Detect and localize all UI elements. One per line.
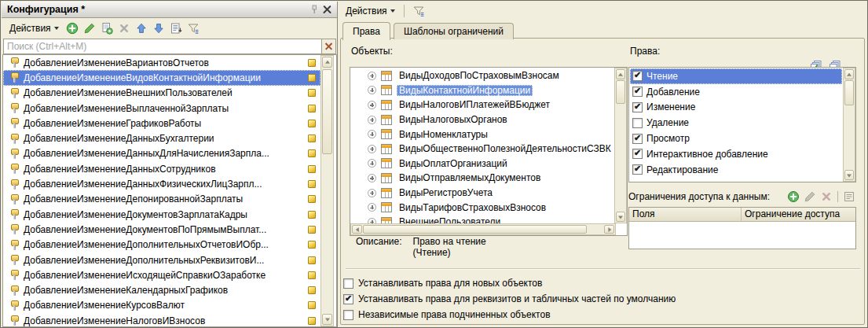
object-list-item[interactable]: ВидыДоходовПоСтраховымВзносам <box>350 68 614 83</box>
option-checkbox[interactable] <box>343 278 353 289</box>
scroll-down-button[interactable] <box>322 314 332 325</box>
object-list-item[interactable]: ВидыНалоговИПлатежейВБюджет <box>350 98 614 112</box>
right-list-item[interactable]: Изменение <box>630 100 842 116</box>
role-list-item[interactable]: ДобавлениеИзменениеВыплаченнойЗарплаты <box>3 101 320 116</box>
object-list-item[interactable]: ВидыНалоговыхОрганов <box>350 112 614 127</box>
option-checkbox[interactable] <box>343 310 353 320</box>
option-checkbox[interactable] <box>343 294 353 304</box>
restriction-template-button[interactable] <box>842 190 856 204</box>
right-checkbox[interactable] <box>632 87 643 97</box>
role-list-item[interactable]: ДобавлениеИзменениеВидовКонтактнойИнформ… <box>3 70 320 85</box>
role-list-item[interactable]: ДобавлениеИзменениеКалендарныхГрафиков <box>3 282 320 297</box>
object-list-item[interactable]: ВидыРегистровУчета <box>350 186 614 201</box>
expand-plus-icon[interactable] <box>368 72 376 80</box>
expand-plus-icon[interactable] <box>368 86 376 94</box>
object-list-item[interactable]: ВидыНоменклатуры <box>350 127 614 142</box>
actions-menu-button-right[interactable]: Действия <box>342 2 399 20</box>
role-list-item[interactable]: ДобавлениеИзменениеДанныхБухгалтерии <box>3 131 320 146</box>
expand-plus-icon[interactable] <box>368 203 376 212</box>
role-list-item[interactable]: ДобавлениеИзменениеДанныхДляНачисленияЗа… <box>3 146 320 161</box>
role-list-item[interactable]: ДобавлениеИзменениеНалоговИВзносов <box>3 313 320 327</box>
filter-button[interactable] <box>185 20 201 36</box>
object-list-item[interactable]: ВидыОтправляемыхДокументов <box>350 171 614 186</box>
scroll-thumb[interactable] <box>844 80 854 105</box>
option-label: Устанавливать права для реквизитов и таб… <box>358 293 676 304</box>
role-list-item[interactable]: ДобавлениеИзменениеДополнительныхРеквизи… <box>3 252 320 267</box>
close-panel-button[interactable] <box>320 3 334 17</box>
object-list-item[interactable]: ВидыОбщественноПолезнойДеятельностиСЗВК <box>350 142 614 157</box>
role-list-item[interactable]: ДобавлениеИзменениеДокументовПоПрямымВып… <box>3 222 320 237</box>
role-list-item[interactable]: ДобавлениеИзменениеВнешнихПользователей <box>3 86 320 101</box>
restriction-add-button[interactable] <box>786 190 800 204</box>
scroll-up-button[interactable] <box>322 57 332 68</box>
restriction-edit-button[interactable] <box>803 190 817 204</box>
scroll-down-button[interactable] <box>844 170 854 180</box>
scroll-up-button[interactable] <box>616 69 625 79</box>
role-list-item[interactable]: ДобавлениеИзменениеДокументовЗарплатаКад… <box>3 207 320 222</box>
scroll-up-button[interactable] <box>844 69 854 79</box>
sort-list-button[interactable] <box>168 20 184 36</box>
edit-button[interactable] <box>82 20 97 36</box>
rights-scrollbar[interactable] <box>843 68 855 182</box>
restriction-delete-button[interactable] <box>819 190 833 204</box>
copy-add-button[interactable] <box>99 20 115 36</box>
expand-plus-icon[interactable] <box>368 116 376 124</box>
expand-plus-icon[interactable] <box>368 145 376 153</box>
scroll-down-button[interactable] <box>616 212 625 222</box>
object-list-item[interactable]: ВидыТарифовСтраховыхВзносов <box>350 200 614 215</box>
role-list-item[interactable]: ДобавлениеИзменениеДанныхФизическихЛицЗа… <box>3 176 320 191</box>
search-clear-button[interactable] <box>322 39 336 54</box>
right-list-item[interactable]: Удаление <box>630 115 842 131</box>
object-list-item[interactable]: ВидыОплатОрганизаций <box>350 157 614 171</box>
pin-icon[interactable] <box>307 3 320 17</box>
scroll-right-button[interactable] <box>604 225 614 234</box>
tab-rights[interactable]: Права <box>342 22 390 40</box>
right-list-item[interactable]: Добавление <box>630 84 842 100</box>
move-up-button[interactable] <box>134 20 149 36</box>
add-button[interactable] <box>64 20 80 36</box>
role-list-item[interactable]: ДобавлениеИзменениеВариантовОтчетов <box>3 55 320 70</box>
right-list-item[interactable]: Интерактивное добавление <box>630 146 842 162</box>
tab-restriction-templates[interactable]: Шаблоны ограничений <box>394 23 514 39</box>
objects-hscrollbar[interactable] <box>350 223 616 235</box>
right-checkbox[interactable] <box>632 118 643 128</box>
tab-label: Права <box>353 26 380 37</box>
move-down-button[interactable] <box>151 20 167 36</box>
right-checkbox[interactable] <box>632 134 643 144</box>
filter-button-right[interactable] <box>411 3 427 19</box>
delete-button[interactable] <box>116 20 132 36</box>
actions-menu-button[interactable]: Действия <box>5 20 63 37</box>
expand-plus-icon[interactable] <box>368 159 376 168</box>
right-list-item[interactable]: Просмотр <box>630 131 842 146</box>
expand-plus-icon[interactable] <box>368 130 376 138</box>
role-list-item[interactable]: ДобавлениеИзменениеДепонированнойЗарплат… <box>3 192 320 207</box>
object-cube-icon <box>308 105 316 112</box>
role-label: ДобавлениеИзменениеКурсовВалют <box>20 300 308 311</box>
search-input[interactable]: Поиск (Ctrl+Alt+M) <box>3 39 322 54</box>
expand-plus-icon[interactable] <box>368 101 376 109</box>
role-list-item[interactable]: ДобавлениеИзменениеИсходящейСправкиОЗара… <box>3 267 320 282</box>
right-list-item[interactable]: Чтение <box>630 68 842 84</box>
object-list-item[interactable]: ВидыКонтактнойИнформации <box>350 83 614 98</box>
scroll-left-button[interactable] <box>352 225 362 234</box>
role-list-item[interactable]: ДобавлениеИзменениеДополнительныхОтчетов… <box>3 238 320 252</box>
role-list-item[interactable]: ДобавлениеИзменениеГрафиковРаботы <box>3 116 320 131</box>
expand-plus-icon[interactable] <box>368 174 376 182</box>
scroll-thumb[interactable] <box>363 225 587 234</box>
role-pin-icon <box>9 254 20 266</box>
restrictions-table-body[interactable] <box>629 222 855 249</box>
right-checkbox[interactable] <box>632 164 643 175</box>
right-checkbox[interactable] <box>632 71 643 81</box>
roles-scrollbar[interactable] <box>320 55 334 326</box>
expand-plus-icon[interactable] <box>368 189 376 197</box>
role-list-item[interactable]: ДобавлениеИзменениеКурсовВалют <box>3 298 320 313</box>
role-list-item[interactable]: ДобавлениеИзменениеДанныхСотрудников <box>3 161 320 176</box>
objects-vscrollbar[interactable] <box>614 68 627 223</box>
column-header-fields: Поля <box>629 208 742 221</box>
right-checkbox[interactable] <box>632 149 643 159</box>
scroll-thumb[interactable] <box>322 69 332 154</box>
role-pin-icon <box>9 148 20 160</box>
right-list-item[interactable]: Редактирование <box>630 162 842 178</box>
scroll-thumb[interactable] <box>616 80 625 104</box>
right-checkbox[interactable] <box>632 102 643 112</box>
